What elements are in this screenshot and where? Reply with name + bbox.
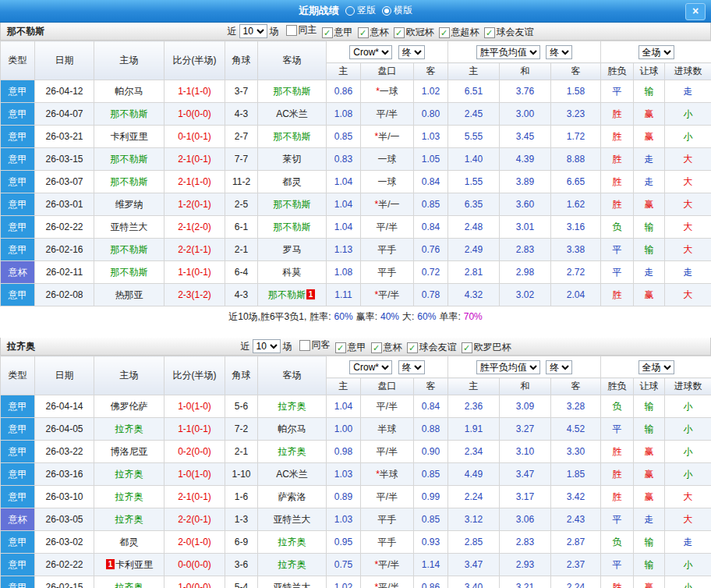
odds-stage-select[interactable]: 终 (398, 360, 425, 374)
col-away: 客场 (258, 356, 327, 395)
radio-icon[interactable] (382, 6, 391, 16)
checkbox-label: 同主 (299, 23, 317, 37)
cell-asia-home-odds: 0.98 (327, 441, 361, 463)
layout-radio-group: 竖版横版 (339, 4, 412, 18)
cell-eu-home: 4.49 (448, 463, 500, 486)
cell-asia-home-odds: 0.86 (327, 80, 361, 103)
team-name-text: 那不勒斯 (274, 131, 311, 142)
cell-date: 26-03-10 (35, 486, 94, 508)
scope-select[interactable]: 全场 (638, 360, 674, 374)
checkbox-label: 同客 (312, 338, 331, 352)
team-name-text: 萨索洛 (278, 491, 306, 502)
filter-checkbox[interactable]: ✓意杯 (371, 341, 402, 354)
cell-result: 胜 (601, 126, 634, 148)
cell-handicap: 平/半 (361, 395, 414, 418)
cell-handicap-result: 输 (634, 239, 665, 261)
checkbox-box[interactable]: ✓ (439, 27, 450, 38)
cell-score: 0-0(0-0) (164, 554, 225, 576)
filter-checkbox[interactable]: ✓欧罗巴杯 (462, 341, 511, 354)
cell-corners: 1-10 (225, 463, 258, 486)
recent-count-select[interactable]: 10 (239, 24, 267, 38)
subcol-asia-home: 主 (327, 63, 361, 80)
odds-stage-select[interactable]: 终 (398, 45, 425, 59)
checkbox-box[interactable]: ✓ (484, 27, 495, 38)
cell-asia-away-odds: 0.72 (414, 261, 448, 284)
filter-checkbox[interactable]: ✓意杯 (358, 26, 389, 39)
team-name-text: AC米兰 (276, 108, 308, 119)
odds-company-select[interactable]: Crow* (349, 360, 392, 374)
filter-checkbox[interactable]: ✓球会友谊 (484, 26, 534, 39)
cell-goals-result: 小 (665, 418, 711, 441)
cell-asia-away-odds: 0.85 (414, 463, 448, 486)
cell-result: 负 (601, 216, 634, 239)
subcol-eu-home: 主 (448, 378, 500, 395)
filter-checkbox[interactable]: ✓球会友谊 (407, 341, 457, 354)
radio-icon[interactable] (345, 6, 355, 16)
cell-goals-result: 小 (665, 103, 711, 126)
match-row: 意甲26-03-16拉齐奥1-0(1-0)1-10AC米兰1.03*半球0.85… (1, 463, 711, 486)
filter-checkbox[interactable]: 同主 (286, 23, 317, 37)
cell-result: 平 (601, 80, 634, 103)
cell-competition: 意甲 (1, 216, 35, 239)
checkbox-box[interactable]: ✓ (462, 342, 472, 353)
cell-goals-result: 大 (665, 508, 711, 531)
checkbox-box[interactable]: ✓ (394, 27, 405, 38)
filter-checkbox[interactable]: ✓意超杯 (439, 26, 479, 39)
europe-metric-select[interactable]: 胜平负均值 (476, 360, 540, 374)
europe-metric-select[interactable]: 胜平负均值 (476, 45, 540, 59)
odds-company-select[interactable]: Crow* (349, 45, 392, 59)
subcol-eu-away: 客 (551, 378, 601, 395)
team-name-text: 那不勒斯 (111, 154, 148, 165)
cell-asia-home-odds: 1.08 (327, 103, 361, 126)
cell-result: 胜 (601, 463, 634, 486)
summary-stat-value: 60% (334, 311, 353, 322)
checkbox-box[interactable]: ✓ (335, 342, 346, 353)
recent-count-select[interactable]: 10 (253, 339, 281, 353)
filter-checkbox[interactable]: ✓意甲 (335, 341, 366, 354)
team-name-text: 拉齐奥 (278, 401, 306, 412)
cell-result: 胜 (601, 193, 634, 216)
radio-label: 横版 (394, 4, 412, 17)
cell-handicap: 平手 (361, 508, 414, 531)
cell-score: 1-0(1-0) (164, 463, 225, 486)
cell-home-team: 维罗纳 (94, 193, 164, 216)
cell-score: 1-1(0-1) (164, 261, 225, 284)
filter-bar: 近 10 场 同客✓意甲✓意杯✓球会友谊✓欧罗巴杯 (241, 338, 511, 354)
cell-away-team: 那不勒斯1 (258, 284, 327, 306)
layout-radio-option[interactable]: 横版 (382, 4, 412, 17)
subcol-handicap: 盘口 (361, 378, 414, 395)
cell-handicap-result: 赢 (634, 284, 665, 306)
europe-stage-select[interactable]: 终 (546, 45, 572, 59)
red-card-badge: 1 (306, 289, 315, 299)
cell-asia-home-odds: 0.95 (327, 531, 361, 554)
cell-eu-away: 3.38 (551, 239, 601, 261)
cell-handicap: *一球 (361, 80, 414, 103)
cell-away-team: 那不勒斯 (258, 193, 327, 216)
filter-checkbox[interactable]: 同客 (299, 338, 331, 352)
cell-date: 26-04-05 (35, 418, 94, 441)
checkbox-box[interactable]: ✓ (371, 342, 382, 353)
cell-asia-home-odds: 1.04 (327, 395, 361, 418)
close-button[interactable]: × (685, 3, 706, 20)
asia-odds-controls: Crow* 终 (327, 356, 448, 378)
scope-select[interactable]: 全场 (638, 45, 674, 59)
filter-checkbox[interactable]: ✓意甲 (322, 26, 353, 39)
layout-radio-option[interactable]: 竖版 (345, 4, 376, 17)
checkbox-box[interactable]: ✓ (407, 342, 418, 353)
cell-asia-away-odds: 1.03 (414, 126, 448, 148)
cell-competition: 意甲 (1, 486, 35, 508)
europe-stage-select[interactable]: 终 (546, 360, 572, 374)
cell-date: 26-03-21 (35, 126, 94, 148)
cell-eu-draw: 3.89 (500, 171, 551, 193)
checkbox-box[interactable] (286, 25, 297, 36)
cell-eu-draw: 3.10 (500, 441, 551, 463)
filter-checkbox[interactable]: ✓欧冠杯 (394, 26, 434, 39)
checkbox-box[interactable]: ✓ (358, 27, 369, 38)
checkbox-box[interactable] (299, 340, 310, 351)
cell-result: 胜 (601, 148, 634, 171)
games-label: 场 (283, 340, 292, 353)
checkbox-label: 欧冠杯 (406, 26, 434, 39)
checkbox-box[interactable]: ✓ (322, 27, 333, 38)
cell-away-team: 那不勒斯 (258, 216, 327, 239)
team-name-text: 亚特兰大 (111, 221, 148, 232)
